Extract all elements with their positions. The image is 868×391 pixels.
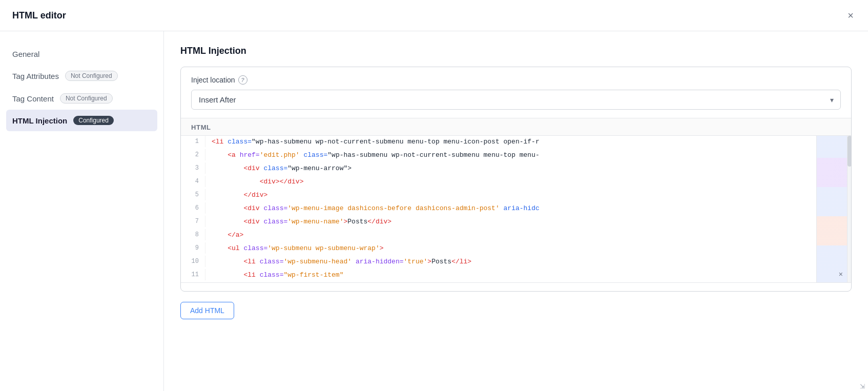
modal-body: General Tag Attributes Not Configured Ta… xyxy=(0,31,868,391)
html-editor-modal: HTML editor × General Tag Attributes Not… xyxy=(0,0,868,391)
inject-location-select-wrapper: Insert After Insert Before Replace ▾ xyxy=(191,90,841,110)
code-line-4: 4 <div></div> xyxy=(181,176,816,189)
inject-location-row: Inject location ? Insert After Insert Be… xyxy=(181,67,851,118)
code-line-6: 6 <div class='wp-menu-image dashicons-be… xyxy=(181,202,816,216)
resize-area: ⇲ xyxy=(181,283,851,291)
code-line-3: 3 <div class="wp-menu-arrow"> xyxy=(181,162,816,176)
sidebar: General Tag Attributes Not Configured Ta… xyxy=(0,31,164,391)
sidebar-item-tag-content[interactable]: Tag Content Not Configured xyxy=(0,87,163,110)
code-line-9: 9 <ul class='wp-submenu wp-submenu-wrap'… xyxy=(181,242,816,256)
close-button[interactable]: × xyxy=(845,8,856,23)
code-line-11: 11 <li class="wp-first-item" xyxy=(181,269,816,282)
main-content: HTML Injection Inject location ? Insert … xyxy=(164,31,868,391)
add-html-button[interactable]: Add HTML xyxy=(180,302,234,319)
code-minimap: × xyxy=(816,136,847,282)
tag-attributes-badge: Not Configured xyxy=(65,71,118,81)
code-line-1: 1 <li class="wp-has-submenu wp-not-curre… xyxy=(181,136,816,149)
vertical-scrollbar[interactable] xyxy=(847,136,851,282)
code-editor-wrapper: 1 <li class="wp-has-submenu wp-not-curre… xyxy=(181,136,851,283)
modal-title: HTML editor xyxy=(12,10,66,21)
tag-content-badge: Not Configured xyxy=(60,93,113,104)
inject-location-label: Inject location ? xyxy=(191,75,841,85)
code-line-10: 10 <li class='wp-submenu-head' aria-hidd… xyxy=(181,256,816,269)
code-line-5: 5 </div> xyxy=(181,189,816,202)
help-icon[interactable]: ? xyxy=(238,75,247,85)
inject-location-select[interactable]: Insert After Insert Before Replace xyxy=(191,90,841,110)
html-injection-badge: Configured xyxy=(73,116,114,125)
html-label: HTML xyxy=(181,118,851,136)
scrollbar-thumb xyxy=(848,136,852,167)
html-block: Inject location ? Insert After Insert Be… xyxy=(180,67,852,292)
minimap-preview xyxy=(817,136,847,282)
section-title: HTML Injection xyxy=(180,46,852,56)
code-line-7: 7 <div class='wp-menu-name'>Posts</div> xyxy=(181,216,816,229)
code-line-8: 8 </a> xyxy=(181,229,816,242)
sidebar-item-general[interactable]: General xyxy=(0,44,163,65)
minimap-close-button[interactable]: × xyxy=(839,270,843,278)
modal-header: HTML editor × xyxy=(0,0,868,31)
code-line-2: 2 <a href='edit.php' class="wp-has-subme… xyxy=(181,149,816,162)
code-editor[interactable]: 1 <li class="wp-has-submenu wp-not-curre… xyxy=(181,136,816,282)
sidebar-item-tag-attributes[interactable]: Tag Attributes Not Configured xyxy=(0,65,163,87)
sidebar-item-html-injection[interactable]: HTML Injection Configured xyxy=(6,110,157,131)
